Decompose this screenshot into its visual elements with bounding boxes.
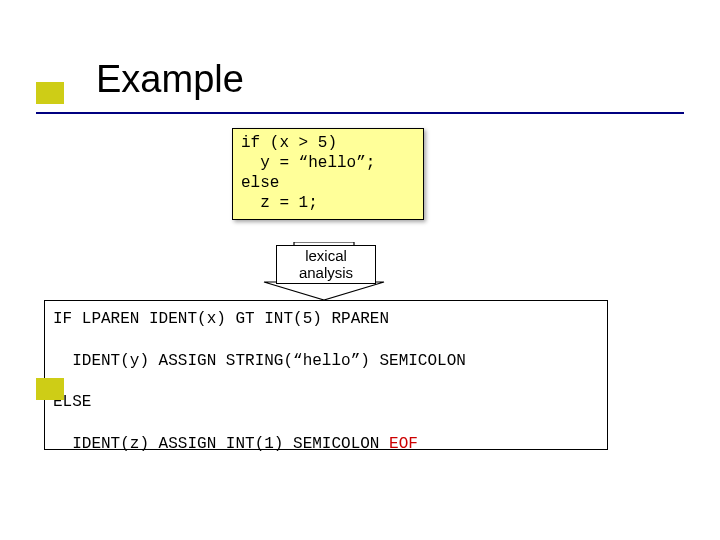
title-underline (36, 112, 684, 114)
arrow-label-line-1: lexical (305, 247, 347, 264)
title-bullet-decor (36, 82, 64, 104)
code-line-1: if (x > 5) (241, 134, 337, 152)
tokens-bullet-decor (36, 378, 64, 400)
arrow-label-line-2: analysis (299, 264, 353, 281)
tokens-eof: EOF (389, 435, 418, 453)
code-line-3: else (241, 174, 279, 192)
arrow-label: lexical analysis (276, 245, 376, 284)
slide-title: Example (96, 58, 244, 101)
tokens-line-2: IDENT(y) ASSIGN STRING(“hello”) SEMICOLO… (53, 352, 466, 370)
token-stream-box: IF LPAREN IDENT(x) GT INT(5) RPAREN IDEN… (44, 300, 608, 450)
source-code-box: if (x > 5) y = “hello”; else z = 1; (232, 128, 424, 220)
tokens-line-1: IF LPAREN IDENT(x) GT INT(5) RPAREN (53, 310, 389, 328)
code-line-2: y = “hello”; (241, 154, 375, 172)
code-line-4: z = 1; (241, 194, 318, 212)
lexical-analysis-arrow: lexical analysis (254, 242, 394, 300)
tokens-line-4a: IDENT(z) ASSIGN INT(1) SEMICOLON (53, 435, 389, 453)
